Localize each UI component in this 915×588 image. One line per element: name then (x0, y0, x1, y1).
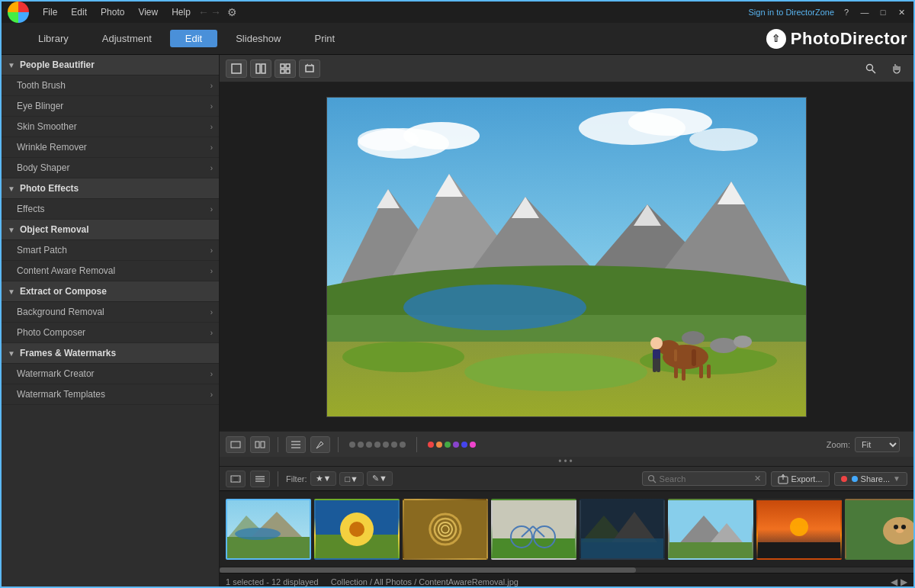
color-purple-dot[interactable] (453, 442, 459, 448)
list-view-button[interactable] (250, 471, 270, 487)
filmstrip-scrollbar-thumb[interactable] (220, 567, 636, 573)
sidebar-item-watermark-creator[interactable]: Watermark Creator › (2, 364, 219, 384)
svg-rect-50 (653, 358, 657, 372)
settings-icon[interactable]: ⚙ (227, 6, 237, 18)
sign-in-link[interactable]: Sign in to DirectorZone (749, 8, 835, 17)
menu-view[interactable]: View (132, 5, 164, 19)
view-toolbar-left (226, 59, 320, 78)
resize-handle-dots: ••• (558, 456, 575, 467)
menu-photo[interactable]: Photo (95, 5, 130, 19)
color-red-dot[interactable] (428, 442, 434, 448)
resize-handle[interactable]: ••• (220, 457, 913, 466)
sidebar-item-background-removal[interactable]: Background Removal › (2, 302, 219, 323)
thumbnail-4[interactable] (491, 499, 576, 560)
grid-view-button[interactable] (274, 59, 296, 78)
thumbnail-2[interactable] (314, 499, 400, 560)
sidebar-item-smart-patch[interactable]: Smart Patch › (2, 240, 219, 261)
search-input[interactable] (660, 474, 751, 484)
view-mode-1-button[interactable] (226, 436, 246, 453)
status-bar: 1 selected - 12 displayed Collection / A… (220, 573, 913, 588)
color-orange-dot[interactable] (436, 442, 442, 448)
app-title-icon: ⇧ (766, 29, 786, 49)
sidebar-item-watermark-templates[interactable]: Watermark Templates › (2, 384, 219, 405)
view-mode-2-button[interactable] (250, 436, 270, 453)
frame-dot-5[interactable] (383, 442, 389, 448)
sidebar-item-body-shaper[interactable]: Body Shaper › (2, 158, 219, 178)
share-button[interactable]: Share... ▼ (834, 472, 907, 486)
help-button[interactable]: ? (840, 6, 852, 18)
export-button[interactable]: Export... (771, 471, 830, 487)
zoom-select[interactable]: Fit 25% 50% 75% 100% 200% (855, 437, 900, 452)
sidebar-item-tooth-brush[interactable]: Tooth Brush › (2, 76, 219, 96)
color-pink-dot[interactable] (470, 442, 476, 448)
spread-view-button[interactable] (299, 59, 320, 78)
sidebar-item-wrinkle-remover[interactable]: Wrinkle Remover › (2, 137, 219, 158)
section-label-compose: Extract or Compose (20, 286, 107, 297)
sidebar-item-photo-composer[interactable]: Photo Composer › (2, 323, 219, 343)
svg-point-76 (349, 522, 364, 537)
single-view-button[interactable] (226, 59, 247, 78)
svg-rect-1 (256, 64, 260, 73)
section-extract-compose[interactable]: ▼ Extract or Compose (2, 281, 219, 302)
filter-shape-button[interactable]: □▼ (339, 472, 364, 486)
frame-dot-4[interactable] (374, 442, 380, 448)
prev-nav-button[interactable]: ◀ (891, 577, 897, 587)
section-arrow-people: ▼ (8, 61, 15, 69)
zoom-search-button[interactable] (860, 59, 881, 78)
tab-bar: Library Adjustment Edit Slideshow Print (23, 30, 766, 47)
section-frames-watermarks[interactable]: ▼ Frames & Watermarks (2, 343, 219, 364)
filmstrip-scrollbar[interactable] (220, 567, 913, 573)
tab-slideshow[interactable]: Slideshow (220, 30, 296, 47)
frame-dot-7[interactable] (400, 442, 406, 448)
filmstrip-view-button[interactable] (226, 471, 246, 487)
color-green-dot[interactable] (445, 442, 451, 448)
view-toolbar-right (860, 59, 907, 78)
thumbnail-7[interactable] (756, 499, 842, 560)
sidebar-item-skin-smoother[interactable]: Skin Smoother › (2, 117, 219, 137)
edit-brush-button[interactable] (310, 436, 330, 453)
svg-rect-4 (286, 64, 290, 68)
menu-help[interactable]: Help (165, 5, 197, 19)
tab-print[interactable]: Print (299, 30, 350, 47)
section-photo-effects[interactable]: ▼ Photo Effects (2, 178, 219, 199)
menu-file[interactable]: File (37, 5, 63, 19)
filter-edit-button[interactable]: ✎▼ (367, 471, 393, 486)
redo-arrow-icon[interactable]: → (210, 6, 221, 18)
title-bar-right: Sign in to DirectorZone ? — □ ✕ (749, 6, 908, 18)
sidebar-item-effects[interactable]: Effects › (2, 199, 219, 220)
frame-dot-2[interactable] (358, 442, 364, 448)
section-object-removal[interactable]: ▼ Object Removal (2, 220, 219, 240)
tab-edit[interactable]: Edit (170, 30, 217, 47)
thumbnail-3[interactable] (403, 499, 488, 560)
share-dot-pink (841, 476, 847, 482)
close-button[interactable]: ✕ (895, 6, 907, 18)
arrange-button[interactable] (286, 436, 306, 453)
hand-tool-button[interactable] (886, 59, 907, 78)
svg-rect-7 (306, 66, 313, 72)
sidebar-item-content-aware-removal[interactable]: Content Aware Removal › (2, 261, 219, 281)
sidebar-item-eye-blinger[interactable]: Eye Blinger › (2, 96, 219, 117)
frame-dot-6[interactable] (391, 442, 397, 448)
thumbnail-1[interactable] (226, 499, 311, 560)
svg-rect-2 (262, 64, 265, 73)
section-people-beautifier[interactable]: ▼ People Beautifier (2, 55, 219, 76)
thumbnail-5[interactable] (580, 499, 665, 560)
tab-adjustment[interactable]: Adjustment (87, 30, 167, 47)
minimize-button[interactable]: — (859, 6, 871, 18)
search-clear-button[interactable]: ✕ (754, 474, 761, 484)
menu-edit[interactable]: Edit (65, 5, 93, 19)
color-blue-dot[interactable] (461, 442, 467, 448)
svg-point-100 (901, 525, 906, 529)
maximize-button[interactable]: □ (877, 6, 889, 18)
next-nav-button[interactable]: ▶ (901, 577, 907, 587)
frame-dot-3[interactable] (366, 442, 372, 448)
svg-point-36 (710, 338, 737, 353)
tab-library[interactable]: Library (23, 30, 84, 47)
thumbnail-8[interactable] (845, 499, 913, 560)
compare-view-button[interactable] (250, 59, 271, 78)
thumbnail-6[interactable] (668, 499, 753, 560)
separator (416, 437, 417, 452)
filter-type-button[interactable]: ★▼ (310, 471, 337, 486)
frame-dot-1[interactable] (349, 442, 355, 448)
undo-arrow-icon[interactable]: ← (198, 6, 209, 18)
